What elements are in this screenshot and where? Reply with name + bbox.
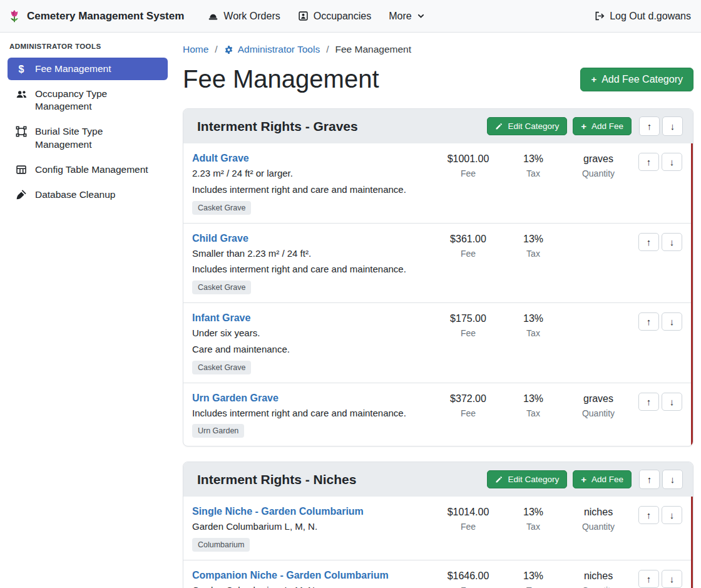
- plus-icon: +: [591, 75, 596, 84]
- fee-amount-value: $1001.00: [437, 153, 499, 165]
- users-icon: [14, 88, 28, 100]
- breadcrumb-admin-tools-link[interactable]: Administrator Tools: [224, 44, 320, 55]
- add-fee-label: Add Fee: [591, 121, 623, 131]
- fee-name-link[interactable]: Child Grave: [192, 233, 248, 244]
- sidebar-item-config-table[interactable]: Config Table Management: [8, 158, 168, 181]
- primary-nav: Work Orders Occupancies More: [199, 6, 433, 27]
- fee-row: Urn Garden Grave Includes interment righ…: [183, 383, 691, 446]
- tax-value: 13%: [499, 234, 567, 245]
- fee-description: Includes interment right and care and ma…: [192, 184, 437, 196]
- fee-move-down-button[interactable]: ↓: [662, 570, 682, 588]
- app-title: Cemetery Management System: [27, 10, 184, 23]
- fee-type-badge: Urn Garden: [192, 424, 244, 438]
- top-navbar: Cemetery Management System Work Orders O…: [0, 0, 701, 33]
- breadcrumb-home-link[interactable]: Home: [183, 44, 208, 55]
- add-fee-category-label: Add Fee Category: [601, 74, 683, 85]
- chevron-down-icon: [417, 12, 425, 20]
- sidebar-item-label: Occupancy Type Management: [35, 88, 161, 113]
- breadcrumb: Home / Administrator Tools / Fee Managem…: [183, 44, 693, 55]
- fee-move-down-button[interactable]: ↓: [662, 233, 682, 251]
- fee-row: Adult Grave 2.23 m² / 24 ft² or larger. …: [183, 143, 691, 223]
- nav-more[interactable]: More: [380, 6, 433, 27]
- category-card-niches: Interment Rights - Niches Edit Category …: [183, 462, 693, 588]
- fee-move-down-button[interactable]: ↓: [662, 153, 682, 171]
- gear-icon: [224, 45, 233, 54]
- fee-amount-stat: $361.00 Fee: [437, 232, 499, 259]
- sidebar-item-database-cleanup[interactable]: Database Cleanup: [8, 183, 168, 206]
- fee-name-link[interactable]: Infant Grave: [192, 312, 250, 324]
- sidebar-item-fee-management[interactable]: $ Fee Management: [8, 58, 168, 80]
- quantity-stat: niches Quantity: [567, 569, 630, 588]
- fee-move-up-button[interactable]: ↑: [638, 153, 659, 171]
- edit-category-button[interactable]: Edit Category: [487, 470, 567, 488]
- app-brand[interactable]: Cemetery Management System: [8, 9, 184, 23]
- fee-move-up-button[interactable]: ↑: [638, 233, 659, 251]
- nav-work-orders-label: Work Orders: [223, 11, 280, 22]
- fee-info: Infant Grave Under six years. Care and m…: [192, 311, 437, 374]
- fee-name-link[interactable]: Companion Niche - Garden Columbarium: [192, 570, 389, 581]
- fee-move-up-button[interactable]: ↑: [638, 393, 659, 411]
- pencil-icon: [495, 123, 503, 130]
- fee-name-link[interactable]: Urn Garden Grave: [192, 393, 279, 404]
- category-move-up-button[interactable]: ↑: [639, 116, 660, 136]
- edit-category-button[interactable]: Edit Category: [487, 117, 567, 135]
- fee-name-link[interactable]: Adult Grave: [192, 153, 249, 164]
- fee-reorder-controls: ↑ ↓: [630, 505, 691, 524]
- fee-move-down-button[interactable]: ↓: [662, 312, 682, 331]
- fee-amount-stat: $175.00 Fee: [437, 311, 499, 338]
- category-reorder-controls: ↑ ↓: [639, 470, 683, 489]
- tax-value: 13%: [499, 507, 567, 518]
- fee-row: Single Niche - Garden Columbarium Garden…: [183, 497, 691, 560]
- quantity-stat: graves Quantity: [567, 152, 630, 178]
- fee-row: Infant Grave Under six years. Care and m…: [183, 302, 691, 383]
- fee-move-up-button[interactable]: ↑: [638, 570, 659, 588]
- fee-description: Includes interment right and care and ma…: [192, 408, 437, 420]
- fee-move-down-button[interactable]: ↓: [662, 506, 682, 524]
- table-icon: [14, 164, 28, 175]
- category-title: Interment Rights - Niches: [197, 472, 481, 487]
- add-fee-button[interactable]: + Add Fee: [573, 470, 632, 488]
- sidebar-item-burial-site-type[interactable]: Burial Site Type Management: [8, 120, 168, 155]
- add-fee-category-button[interactable]: + Add Fee Category: [580, 68, 693, 91]
- fee-description: Smaller than 2.23 m² / 24 ft².: [192, 248, 437, 260]
- sidebar-heading: ADMINISTRATOR TOOLS: [9, 43, 168, 50]
- page-title: Fee Management: [183, 65, 379, 93]
- tax-value: 13%: [499, 313, 567, 324]
- fee-amount-stat: $372.00 Fee: [437, 391, 499, 418]
- broom-icon: [14, 189, 28, 200]
- category-move-up-button[interactable]: ↑: [639, 470, 660, 489]
- tax-stat: 13% Tax: [499, 505, 567, 532]
- nav-occupancies[interactable]: Occupancies: [289, 6, 381, 27]
- category-move-down-button[interactable]: ↓: [662, 470, 683, 489]
- plus-icon: +: [581, 475, 586, 484]
- tax-label: Tax: [499, 522, 567, 532]
- quantity-label: Quantity: [567, 522, 630, 532]
- category-header: Interment Rights - Niches Edit Category …: [183, 462, 693, 497]
- logout-icon: [594, 11, 605, 21]
- fee-description: Includes interment right and care and ma…: [192, 264, 437, 276]
- fee-move-down-button[interactable]: ↓: [662, 393, 682, 411]
- logout-link[interactable]: Log Out d.gowans: [585, 6, 691, 27]
- fee-name-link[interactable]: Single Niche - Garden Columbarium: [192, 506, 364, 517]
- fee-move-up-button[interactable]: ↑: [638, 312, 659, 331]
- fee-amount-value: $372.00: [437, 393, 499, 405]
- fee-move-up-button[interactable]: ↑: [638, 506, 659, 524]
- add-fee-button[interactable]: + Add Fee: [573, 117, 632, 135]
- tax-stat: 13% Tax: [499, 391, 567, 418]
- tax-stat: 13% Tax: [499, 152, 567, 178]
- quantity-label: Quantity: [567, 585, 630, 588]
- fee-amount-label: Fee: [437, 249, 499, 259]
- sidebar-item-occupancy-type[interactable]: Occupancy Type Management: [8, 83, 168, 118]
- quantity-value: graves: [567, 393, 630, 405]
- breadcrumb-current: Fee Management: [335, 44, 412, 55]
- admin-sidebar: ADMINISTRATOR TOOLS $ Fee Management Occ…: [0, 33, 175, 588]
- category-move-down-button[interactable]: ↓: [662, 116, 683, 136]
- tax-value: 13%: [499, 393, 567, 405]
- category-title: Interment Rights - Graves: [197, 119, 481, 134]
- fee-amount-label: Fee: [437, 168, 499, 178]
- nav-work-orders[interactable]: Work Orders: [199, 6, 289, 27]
- nav-more-label: More: [389, 11, 411, 22]
- quantity-label: Quantity: [567, 408, 630, 418]
- fee-type-badge: Casket Grave: [192, 201, 251, 215]
- quantity-stat: niches Quantity: [567, 505, 630, 532]
